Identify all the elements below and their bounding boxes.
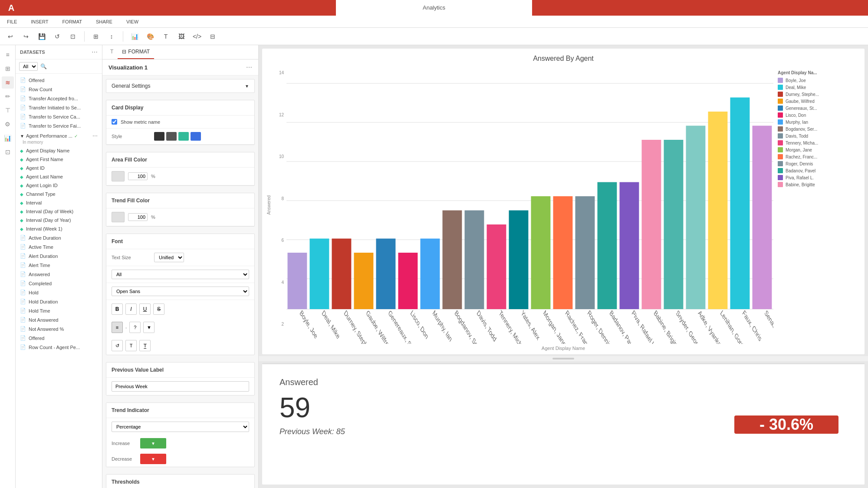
search-icon[interactable]: 🔍	[40, 63, 47, 69]
list-item[interactable]: 📄 Hold Time	[16, 306, 102, 315]
swatch-blue[interactable]	[191, 132, 201, 141]
refresh-button[interactable]: ↺	[51, 30, 63, 43]
interact-button[interactable]: ↕	[105, 30, 118, 43]
list-item[interactable]: ◆ Channel Type	[16, 190, 102, 198]
chevron-down-icon: ▼	[151, 441, 155, 446]
font-size-indicator: -	[125, 325, 127, 330]
list-item[interactable]: ◆ Agent Display Name	[16, 146, 102, 155]
rail-settings[interactable]: ⚙	[2, 118, 14, 130]
rail-datasets[interactable]: ⊞	[2, 63, 14, 75]
font-filter-select[interactable]: All	[112, 270, 249, 279]
section-expand-icon[interactable]: ▼	[20, 134, 24, 138]
general-settings-dropdown[interactable]: General Settings ▼	[106, 79, 255, 93]
legend-item: Boyle, Joe	[778, 78, 856, 83]
list-item[interactable]: 📄 Offered	[16, 76, 102, 85]
swatch-dark[interactable]	[154, 132, 164, 141]
area-fill-color-picker[interactable]	[112, 171, 125, 181]
tab-text[interactable]: T	[106, 45, 118, 59]
chart-button[interactable]: 📊	[128, 30, 141, 43]
swatch-teal[interactable]	[178, 132, 189, 141]
list-item[interactable]: ◆ Interval (Day of Week)	[16, 207, 102, 216]
save-button[interactable]: 💾	[36, 30, 48, 43]
rotate-left-button[interactable]: ↺	[112, 340, 123, 351]
area-fill-pct-input[interactable]	[128, 172, 148, 180]
rail-layers[interactable]: ≋	[2, 76, 14, 89]
list-item[interactable]: 📄 Row Count - Agent Pe...	[16, 343, 102, 352]
svg-rect-25	[487, 224, 506, 309]
svg-text:Murphy, Ian: Murphy, Ian	[431, 308, 453, 343]
list-item[interactable]: 📄 Hold Duration	[16, 297, 102, 306]
menu-insert[interactable]: INSERT	[28, 17, 51, 26]
tab-format[interactable]: ⊟ FORMAT	[118, 45, 154, 59]
dataset-filter-select[interactable]: All	[19, 62, 38, 71]
trend-indicator-select[interactable]: Percentage Value None	[112, 422, 249, 432]
list-item[interactable]: ◆ Agent ID	[16, 164, 102, 172]
align-left-button[interactable]: ≡	[112, 322, 123, 333]
color-button[interactable]: 🎨	[144, 30, 156, 43]
list-item[interactable]: ◆ Interval	[16, 198, 102, 207]
align-right-button[interactable]: T̲	[139, 340, 151, 351]
list-item[interactable]: 📄 Completed	[16, 279, 102, 288]
rail-chart[interactable]: 📊	[2, 132, 14, 144]
rail-menu[interactable]: ≡	[2, 49, 14, 61]
italic-button[interactable]: I	[125, 303, 137, 315]
chevron-down-btn[interactable]: ▼	[143, 322, 155, 333]
more-button[interactable]: ⊟	[207, 30, 219, 43]
prev-value-header: Previous Value Label	[106, 363, 254, 378]
underline-button[interactable]: U	[139, 303, 151, 315]
select-button[interactable]: ⊞	[90, 30, 102, 43]
datasets-options-icon[interactable]: ⋯	[92, 49, 98, 56]
rail-misc[interactable]: ⊡	[2, 146, 14, 158]
list-item[interactable]: 📄 Transfer Initiated to Se...	[16, 103, 102, 112]
decrease-color-picker[interactable]: ▼	[140, 454, 166, 464]
font-family-select[interactable]: Open Sans	[112, 287, 249, 296]
viz-options-icon[interactable]: ⋯	[246, 64, 252, 71]
list-item[interactable]: ◆ Interval (Day of Year)	[16, 216, 102, 224]
menu-file[interactable]: FILE	[4, 17, 20, 26]
list-item[interactable]: ◆ Agent Login ID	[16, 181, 102, 190]
trend-fill-color-picker[interactable]	[112, 212, 125, 222]
drag-handle-bar[interactable]	[552, 358, 574, 359]
list-item[interactable]: 📄 Not Answered	[16, 315, 102, 324]
list-item[interactable]: 📄 Alert Duration	[16, 251, 102, 260]
list-item[interactable]: 📄 Alert Time	[16, 260, 102, 270]
html-button[interactable]: </>	[191, 30, 203, 43]
trend-fill-pct-input[interactable]	[128, 213, 148, 221]
legend-title: Agent Display Na...	[778, 70, 856, 75]
list-item[interactable]: 📄 Active Time	[16, 242, 102, 251]
list-item[interactable]: 📄 Transfer Accepted fro...	[16, 94, 102, 103]
format-question-button[interactable]: ?	[129, 322, 141, 333]
rail-filter[interactable]: ⊤	[2, 104, 14, 116]
list-item[interactable]: ◆ Interval (Week 1)	[16, 224, 102, 233]
undo-button[interactable]: ↩	[4, 30, 16, 43]
strikethrough-button[interactable]: S	[153, 303, 164, 315]
bold-button[interactable]: B	[112, 303, 123, 315]
list-item[interactable]: 📄 Row Count	[16, 85, 102, 94]
show-metric-checkbox[interactable]	[112, 119, 117, 125]
increase-color-picker[interactable]: ▼	[140, 438, 166, 448]
swatch-medium[interactable]	[166, 132, 177, 141]
redo-button[interactable]: ↪	[20, 30, 32, 43]
rail-edit[interactable]: ✏	[2, 90, 14, 102]
list-item[interactable]: ◆ Agent First Name	[16, 155, 102, 164]
align-center-button[interactable]: T	[125, 340, 137, 351]
list-item[interactable]: 📄 Answered	[16, 270, 102, 279]
grid-button[interactable]: ⊡	[67, 30, 79, 43]
list-item[interactable]: 📄 Transfer to Service Fai...	[16, 121, 102, 130]
text-button[interactable]: T	[160, 30, 172, 43]
item-label: Interval (Week 1)	[26, 226, 62, 231]
list-item[interactable]: 📄 Not Answered %	[16, 324, 102, 333]
menu-format[interactable]: FORMAT	[59, 17, 85, 26]
prev-value-input[interactable]	[112, 381, 249, 392]
image-button[interactable]: 🖼	[175, 30, 187, 43]
menu-share[interactable]: SHARE	[93, 17, 115, 26]
format-tab-label: FORMAT	[128, 49, 150, 55]
menu-view[interactable]: VIEW	[124, 17, 141, 26]
list-item[interactable]: 📄 Offered	[16, 333, 102, 343]
list-item[interactable]: 📄 Hold	[16, 288, 102, 297]
list-item[interactable]: ◆ Agent Last Name	[16, 172, 102, 181]
list-item[interactable]: 📄 Transfer to Service Ca...	[16, 112, 102, 121]
section-options-icon[interactable]: ⋯	[92, 133, 98, 139]
list-item[interactable]: 📄 Active Duration	[16, 233, 102, 242]
font-size-select[interactable]: Unified	[154, 253, 184, 262]
